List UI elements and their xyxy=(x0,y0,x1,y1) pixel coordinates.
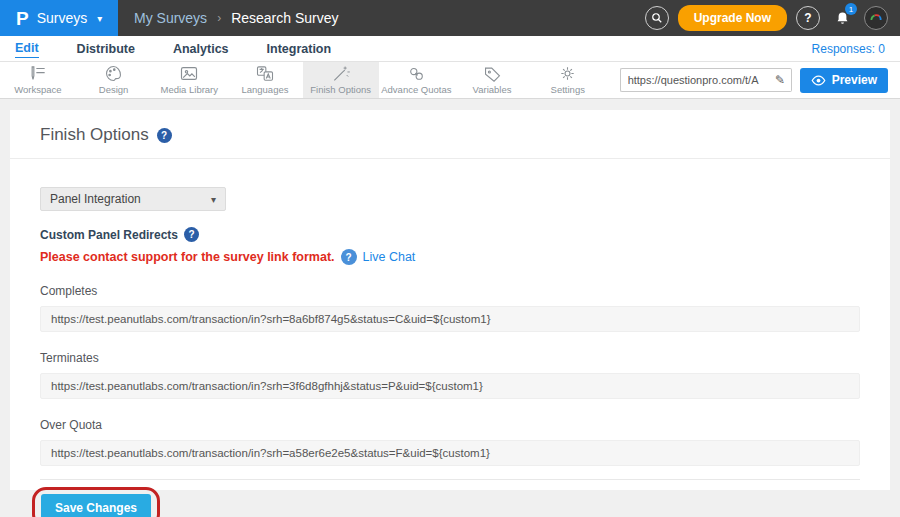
search-icon xyxy=(651,12,663,24)
field-label: Terminates xyxy=(40,351,860,365)
annotation-highlight: Save Changes xyxy=(32,487,160,517)
tab-edit[interactable]: Edit xyxy=(15,39,39,58)
save-row: Save Changes xyxy=(32,487,860,517)
gauge-avatar-icon xyxy=(868,10,884,26)
survey-url-group: ✎ xyxy=(620,62,792,98)
breadcrumb-current-survey: Research Survey xyxy=(231,10,338,26)
eye-icon xyxy=(811,75,826,86)
field-label: Over Quota xyxy=(40,418,860,432)
topbar-actions: Upgrade Now ? 1 xyxy=(645,0,900,36)
translate-icon xyxy=(255,65,275,82)
image-icon xyxy=(179,65,199,82)
dropdown-selected-value: Panel Integration xyxy=(50,192,141,206)
custom-panel-redirects-header: Custom Panel Redirects ? xyxy=(40,227,860,242)
breadcrumb: My Surveys › Research Survey xyxy=(118,0,645,36)
questionpro-logo-icon: P xyxy=(16,9,29,28)
toolbar-label: Workspace xyxy=(14,84,61,95)
pencil-icon: ✎ xyxy=(775,73,785,87)
redirects-help-icon[interactable]: ? xyxy=(184,227,199,242)
help-button[interactable]: ? xyxy=(796,6,820,30)
toolbar-item-finish-options[interactable]: Finish Options xyxy=(303,62,379,98)
tab-integration[interactable]: Integration xyxy=(267,40,332,58)
over-quota-url-input[interactable] xyxy=(40,440,860,466)
product-name: Surveys xyxy=(37,10,88,26)
toolbar-label: Languages xyxy=(241,84,288,95)
tab-distribute[interactable]: Distribute xyxy=(77,40,135,58)
responses-count: Responses: 0 xyxy=(812,42,885,56)
panel-type-dropdown[interactable]: Panel Integration ▾ xyxy=(40,187,226,211)
edit-url-button[interactable]: ✎ xyxy=(770,68,792,92)
topbar: P Surveys ▾ My Surveys › Research Survey… xyxy=(0,0,900,36)
terminates-field: Terminates xyxy=(40,351,860,399)
toolbar-item-settings[interactable]: Settings xyxy=(530,62,606,98)
survey-url-input[interactable] xyxy=(620,68,770,92)
preview-button[interactable]: Preview xyxy=(800,68,888,93)
link-icon xyxy=(407,65,426,82)
breadcrumb-my-surveys[interactable]: My Surveys xyxy=(134,10,207,26)
support-notice: Please contact support for the survey li… xyxy=(40,249,860,265)
avatar[interactable] xyxy=(864,6,888,30)
completes-field: Completes xyxy=(40,284,860,332)
search-button[interactable] xyxy=(645,6,669,30)
toolbar-label: Finish Options xyxy=(310,84,371,95)
gear-icon xyxy=(558,65,577,82)
notifications-button[interactable]: 1 xyxy=(829,5,855,31)
toolbar-label: Settings xyxy=(551,84,585,95)
workspace-icon xyxy=(28,65,48,82)
notice-text: Please contact support for the survey li… xyxy=(40,250,335,264)
field-label: Completes xyxy=(40,284,860,298)
completes-url-input[interactable] xyxy=(40,306,860,332)
live-chat-link[interactable]: Live Chat xyxy=(363,250,416,264)
panel-header: Finish Options ? xyxy=(10,110,890,159)
tag-icon xyxy=(483,65,502,82)
tab-analytics[interactable]: Analytics xyxy=(173,40,229,58)
toolbar-label: Media Library xyxy=(160,84,218,95)
toolbar-item-media-library[interactable]: Media Library xyxy=(151,62,227,98)
breadcrumb-separator: › xyxy=(217,11,221,25)
main-nav: Edit Distribute Analytics Integration Re… xyxy=(0,36,900,62)
save-changes-button[interactable]: Save Changes xyxy=(41,494,151,517)
edit-toolbar: Workspace Design Media Library Languages xyxy=(0,62,900,99)
terminates-url-input[interactable] xyxy=(40,373,860,399)
toolbar-item-languages[interactable]: Languages xyxy=(227,62,303,98)
finish-options-panel: Finish Options ? Panel Integration ▾ Cus… xyxy=(10,110,890,490)
section-label: Custom Panel Redirects xyxy=(40,228,178,242)
live-chat-icon[interactable]: ? xyxy=(341,249,357,265)
toolbar-label: Advance Quotas xyxy=(381,84,451,95)
toolbar-item-design[interactable]: Design xyxy=(76,62,152,98)
toolbar-label: Design xyxy=(99,84,129,95)
notification-badge: 1 xyxy=(845,3,857,15)
wand-icon xyxy=(331,65,350,82)
toolbar-label: Variables xyxy=(473,84,512,95)
preview-label: Preview xyxy=(832,73,877,87)
palette-icon xyxy=(104,65,123,82)
over-quota-field: Over Quota xyxy=(40,418,860,466)
divider xyxy=(40,479,860,480)
chevron-down-icon: ▾ xyxy=(211,194,216,205)
toolbar-item-advance-quotas[interactable]: Advance Quotas xyxy=(379,62,455,98)
upgrade-now-button[interactable]: Upgrade Now xyxy=(678,5,787,31)
chevron-down-icon: ▾ xyxy=(97,13,102,24)
toolbar-item-workspace[interactable]: Workspace xyxy=(0,62,76,98)
toolbar-item-variables[interactable]: Variables xyxy=(454,62,530,98)
finish-options-help-icon[interactable]: ? xyxy=(157,128,172,143)
brand-menu[interactable]: P Surveys ▾ xyxy=(0,0,118,36)
page-title: Finish Options xyxy=(40,125,149,145)
app-window: P Surveys ▾ My Surveys › Research Survey… xyxy=(0,0,900,517)
